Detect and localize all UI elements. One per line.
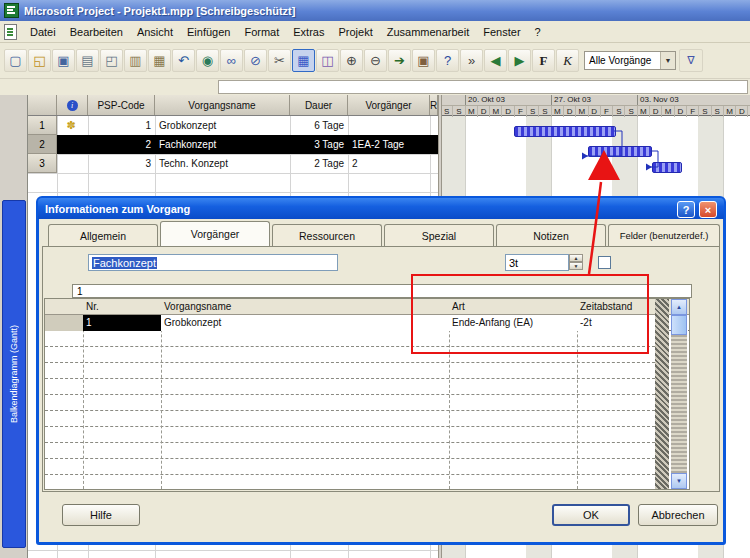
ok-button[interactable]: OK (552, 504, 630, 526)
filter-combo[interactable]: Alle Vorgänge ▼ (584, 51, 676, 70)
task-name-cell[interactable]: Techn. Konzept (159, 154, 287, 173)
menu-item[interactable]: Datei (23, 23, 63, 41)
chevron-down-icon[interactable]: ▼ (660, 52, 675, 69)
vorgangsname-column-header[interactable]: Vorgangsname (161, 299, 449, 315)
menu-item[interactable]: Zusammenarbeit (380, 23, 477, 41)
undo-icon[interactable]: ↶ (172, 49, 195, 72)
tab-spezial[interactable]: Spezial (384, 224, 494, 246)
art-column-header[interactable]: Art (449, 299, 577, 315)
dependency-entry-bar[interactable]: 1 (72, 284, 692, 298)
row-number-1[interactable]: 1 (28, 116, 57, 135)
menu-item[interactable]: Ansicht (130, 23, 180, 41)
entry-field[interactable] (218, 80, 748, 94)
menu-item[interactable]: Format (237, 23, 286, 41)
tab-vorgaenger[interactable]: Vorgänger (160, 221, 270, 246)
tab-ressourcen[interactable]: Ressourcen (272, 224, 382, 246)
menu-item[interactable]: Projekt (331, 23, 379, 41)
dialog-title-bar[interactable]: Informationen zum Vorgang (38, 198, 724, 219)
paste-icon[interactable]: ▦ (148, 49, 171, 72)
corner-header-cell[interactable] (28, 95, 57, 115)
print-icon[interactable]: ▤ (76, 49, 99, 72)
task-name-cell[interactable]: Grobkonzept (159, 116, 287, 135)
zoom-out-icon[interactable]: ⊖ (364, 49, 387, 72)
indicators-column-header[interactable]: i (57, 95, 88, 115)
psp-cell[interactable]: 3 (88, 154, 151, 173)
unlink-tasks-icon[interactable]: ⊘ (244, 49, 267, 72)
copy-picture-icon[interactable]: ▣ (412, 49, 435, 72)
zoom-in-icon[interactable]: ⊕ (340, 49, 363, 72)
cancel-button[interactable]: Abbrechen (638, 504, 718, 526)
geschaetzt-checkbox[interactable] (598, 256, 611, 269)
save-icon[interactable]: ▣ (52, 49, 75, 72)
link-tasks-icon[interactable]: ∞ (220, 49, 243, 72)
vorgangsname-column-header[interactable]: Vorgangsname (155, 95, 290, 115)
menu-item[interactable]: ? (528, 23, 548, 41)
autofilter-icon[interactable]: ∇ (679, 49, 703, 72)
tab-notizen[interactable]: Notizen (496, 224, 606, 246)
dependency-empty-row[interactable] (45, 331, 655, 347)
row-number-3[interactable]: 3 (28, 154, 57, 173)
goto-task-icon[interactable]: ➔ (388, 49, 411, 72)
nr-cell[interactable]: 1 (83, 315, 161, 331)
psp-cell[interactable]: 1 (88, 116, 151, 135)
menu-item[interactable]: Fenster (476, 23, 527, 41)
dependency-row[interactable]: 1 Grobkonzept Ende-Anfang (EA) -2t (45, 315, 690, 331)
dependency-empty-row[interactable] (45, 443, 655, 459)
indent-icon[interactable]: ▶ (508, 49, 531, 72)
open-icon[interactable]: ◱ (28, 49, 51, 72)
dependency-empty-row[interactable] (45, 459, 655, 475)
link-type-cell[interactable]: Ende-Anfang (EA) (449, 315, 577, 331)
close-icon[interactable]: × (699, 201, 717, 218)
print-preview-icon[interactable]: ◰ (100, 49, 123, 72)
dialog-help-icon[interactable]: ? (677, 201, 695, 218)
gantt-bar[interactable] (652, 162, 682, 173)
timescale[interactable]: 20. Okt 0327. Okt 0303. Nov 03 SSMDMDFSS… (442, 95, 750, 116)
dependency-empty-row[interactable] (45, 411, 655, 427)
new-icon[interactable]: ▢ (4, 49, 27, 72)
duration-cell[interactable]: 2 Tage (290, 154, 344, 173)
gantt-bar[interactable] (588, 146, 652, 157)
help-button[interactable]: Hilfe (62, 504, 140, 526)
name-field[interactable]: Fachkonzept (88, 254, 338, 271)
dauer-spinner[interactable]: ▲ ▼ (569, 254, 583, 271)
duration-cell[interactable]: 6 Tage (290, 116, 344, 135)
predecessor-cell[interactable]: 2 (352, 154, 428, 173)
split-task-icon[interactable]: ✂ (268, 49, 291, 72)
duration-cell[interactable]: 3 Tage (290, 135, 344, 154)
dauer-column-header[interactable]: Dauer (290, 95, 348, 115)
active-view-button[interactable]: Balkendiagramm (Gantt) (2, 200, 26, 548)
dauer-field[interactable]: 3t (505, 254, 569, 271)
vorgaenger-column-header[interactable]: Vorgänger (348, 95, 430, 115)
menu-item[interactable]: Einfügen (180, 23, 237, 41)
nr-column-header[interactable]: Nr. (83, 299, 161, 315)
dependency-empty-row[interactable] (45, 395, 655, 411)
dependency-empty-row[interactable] (45, 363, 655, 379)
copy-icon[interactable]: ▥ (124, 49, 147, 72)
predecessor-cell[interactable] (352, 116, 428, 135)
scroll-down-icon[interactable]: ▼ (671, 473, 687, 489)
tab-felder-benutzerdef[interactable]: Felder (benutzerdef.) (608, 224, 720, 246)
scroll-up-icon[interactable]: ▲ (671, 299, 687, 315)
menu-item[interactable]: Bearbeiten (63, 23, 130, 41)
spinner-down-icon[interactable]: ▼ (569, 262, 583, 270)
dependency-empty-row[interactable] (45, 475, 655, 490)
insert-hyperlink-icon[interactable]: ◉ (196, 49, 219, 72)
tab-allgemein[interactable]: Allgemein (48, 224, 158, 246)
toolbar-options-icon[interactable]: » (460, 49, 483, 72)
dependency-empty-row[interactable] (45, 427, 655, 443)
zeitabstand-column-header[interactable]: Zeitabstand (577, 299, 655, 315)
outdent-icon[interactable]: ◀ (484, 49, 507, 72)
title-bar[interactable]: Microsoft Project - Projekt1.mpp [Schrei… (0, 0, 750, 21)
dependency-empty-row[interactable] (45, 379, 655, 395)
task-name-cell[interactable]: Fachkonzept (159, 135, 287, 154)
spinner-up-icon[interactable]: ▲ (569, 254, 583, 262)
help-icon[interactable]: ? (436, 49, 459, 72)
selected-task-row[interactable]: 2 Fachkonzept 3 Tage 1EA-2 Tage (57, 135, 438, 154)
task-name-cell[interactable]: Grobkonzept (161, 315, 449, 331)
scrollbar-thumb[interactable] (671, 315, 687, 335)
predecessor-cell[interactable]: 1EA-2 Tage (352, 135, 432, 154)
network-diagram-icon[interactable]: ◫ (316, 49, 339, 72)
re-column-header[interactable]: Re (430, 95, 438, 115)
psp-cell[interactable]: 2 (88, 135, 151, 154)
gantt-bar[interactable] (514, 126, 616, 137)
